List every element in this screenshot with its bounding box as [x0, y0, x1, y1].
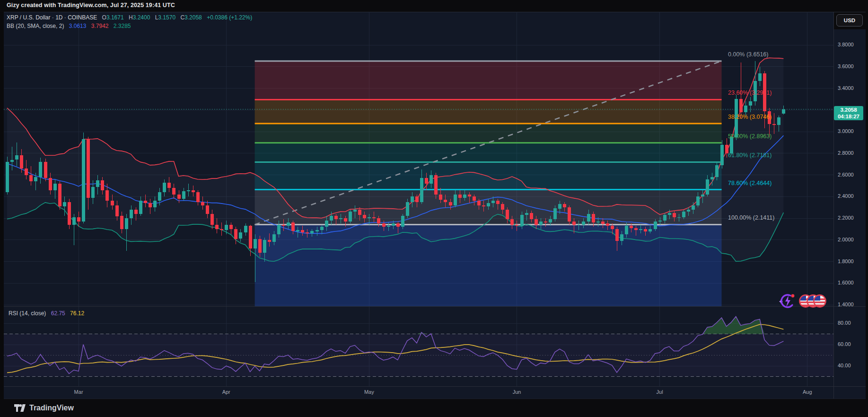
fib-level-label: 78.60% (2.4644) — [728, 180, 772, 186]
tradingview-logo[interactable]: TradingView — [14, 404, 74, 412]
tradingview-brand-text: TradingView — [29, 404, 74, 412]
price-tick-label: 1.4000 — [838, 302, 854, 307]
fib-level-label: 23.60% (3.2951) — [728, 89, 772, 96]
month-label: Jul — [657, 389, 663, 395]
flag-sticker-icons[interactable] — [799, 295, 825, 307]
low-label: L3.1570 — [155, 14, 175, 21]
rsi-ma-value: 76.12 — [70, 310, 84, 317]
exchange-label: COINBASE — [68, 14, 97, 21]
price-tick-label: 2.8000 — [838, 150, 854, 156]
sticker-zap-icon[interactable] — [779, 293, 797, 310]
rsi-tick-label: 40.00 — [838, 363, 851, 368]
fib-level-label: 100.00% (2.1411) — [728, 214, 774, 221]
month-label: Apr — [222, 389, 230, 395]
high-value: 3.2400 — [133, 14, 150, 21]
fib-level-label: 61.80% (2.7181) — [728, 152, 772, 159]
fib-level-label: 38.20% (3.0746) — [728, 114, 772, 120]
month-label: May — [364, 389, 374, 395]
bb-basis-value: 3.0613 — [69, 23, 87, 29]
rsi-value: 62.75 — [51, 310, 65, 317]
high-label: H3.2400 — [129, 14, 150, 21]
snapshot-title: Gizy created with TradingView.com, Jul 2… — [7, 2, 175, 9]
symbol-name[interactable]: XRP / U.S. Dollar — [7, 14, 50, 21]
bb-name: BB (20, SMA, close, 2) — [7, 23, 64, 29]
low-value: 3.1570 — [158, 14, 175, 21]
price-tick-label: 3.6000 — [838, 63, 854, 69]
bar-countdown: 04:18:27 — [834, 113, 863, 120]
price-tick-label: 2.0000 — [838, 237, 854, 242]
rsi-separator[interactable] — [4, 386, 866, 387]
price-tick-label: 2.2000 — [838, 215, 854, 221]
rsi-tick-label: 80.00 — [838, 320, 851, 326]
price-tick-label: 2.6000 — [838, 172, 854, 177]
month-label: Aug — [803, 389, 812, 395]
currency-toggle-button[interactable]: USD — [836, 14, 863, 27]
rsi-legend[interactable]: RSI (14, close) 62.75 76.12 — [9, 310, 84, 317]
price-tick-label: 3.4000 — [838, 85, 854, 91]
price-chart-pane[interactable] — [0, 12, 833, 307]
pane-separator[interactable] — [4, 306, 866, 307]
symbol-legend[interactable]: XRP / U.S. Dollar · 1D · COINBASE O3.167… — [7, 14, 252, 21]
bb-lower-value: 2.3285 — [114, 23, 131, 29]
last-price-badge[interactable]: 3.2058 04:18:27 — [834, 106, 863, 120]
price-axis-border — [833, 12, 834, 399]
close-value: 3.2058 — [184, 14, 202, 21]
footer-bar: TradingView — [0, 399, 868, 417]
month-label: Jun — [513, 389, 521, 395]
interval-label[interactable]: 1D — [55, 14, 62, 21]
price-tick-label: 3.8000 — [838, 42, 854, 47]
rsi-tick-label: 60.00 — [838, 341, 851, 347]
tradingview-mark-icon — [14, 404, 26, 412]
rsi-pane[interactable] — [0, 307, 833, 387]
price-tick-label: 3.0000 — [838, 128, 854, 134]
price-tick-label: 2.4000 — [838, 193, 854, 199]
fib-level-label: 0.00% (3.6516) — [728, 51, 768, 58]
month-label: Mar — [74, 389, 83, 395]
price-tick-label: 1.6000 — [838, 280, 854, 285]
right-margin — [866, 12, 868, 399]
fib-level-label: 50.00% (2.8963) — [728, 133, 772, 140]
close-label: C3.2058 — [180, 14, 202, 21]
bb-upper-value: 3.7942 — [91, 23, 109, 29]
price-tick-label: 1.8000 — [838, 258, 854, 264]
title-bar: Gizy created with TradingView.com, Jul 2… — [0, 0, 868, 12]
rsi-name: RSI (14, close) — [9, 310, 46, 317]
last-price-value: 3.2058 — [834, 106, 863, 113]
tradingview-chart-screenshot: Gizy created with TradingView.com, Jul 2… — [0, 0, 868, 417]
open-value: 3.1671 — [106, 14, 124, 21]
bollinger-legend[interactable]: BB (20, SMA, close, 2) 3.0613 3.7942 2.3… — [7, 23, 131, 29]
change-value: +0.0386 (+1.22%) — [207, 14, 252, 21]
chart-stickers[interactable] — [777, 291, 826, 312]
open-label: O3.1671 — [102, 14, 124, 21]
